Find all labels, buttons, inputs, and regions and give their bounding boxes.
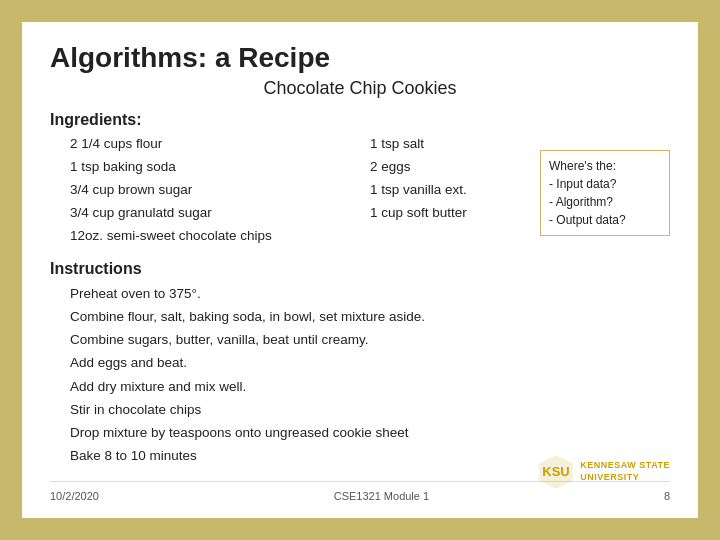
callout-line: - Output data? — [549, 211, 661, 229]
instruction-item: Combine sugars, butter, vanilla, beat un… — [70, 328, 670, 351]
ingredient-item: 3/4 cup brown sugar — [70, 179, 370, 202]
ingredient-item: 12oz. semi-sweet chocolate chips — [70, 225, 370, 248]
footer-date: 10/2/2020 — [50, 490, 99, 502]
instructions-heading: Instructions — [50, 260, 670, 278]
callout-line: - Input data? — [549, 175, 661, 193]
instruction-item: Preheat oven to 375°. — [70, 282, 670, 305]
ksu-logo: KSU KENNESAW STATEUNIVERSITY — [538, 454, 670, 490]
instruction-item: Add eggs and beat. — [70, 351, 670, 374]
ingredient-item: 3/4 cup granulatd sugar — [70, 202, 370, 225]
ksu-emblem-icon: KSU — [538, 454, 574, 490]
callout-line: - Algorithm? — [549, 193, 661, 211]
svg-text:KSU: KSU — [543, 464, 570, 479]
callout-title: Where's the: — [549, 157, 661, 175]
instruction-item: Add dry mixture and mix well. — [70, 375, 670, 398]
ingredient-item: 2 1/4 cups flour — [70, 133, 370, 156]
ingredients-heading: Ingredients: — [50, 111, 670, 129]
instruction-item: Combine flour, salt, baking soda, in bow… — [70, 305, 670, 328]
slide-title: Algorithms: a Recipe — [50, 42, 670, 74]
slide: Algorithms: a Recipe Chocolate Chip Cook… — [20, 20, 700, 520]
footer-course: CSE1321 Module 1 — [334, 490, 429, 502]
instruction-item: Drop mixture by teaspoons onto ungreased… — [70, 421, 670, 444]
footer-page: 8 — [664, 490, 670, 502]
instructions-list: Preheat oven to 375°. Combine flour, sal… — [50, 282, 670, 468]
ksu-name: KENNESAW STATEUNIVERSITY — [580, 460, 670, 483]
ingredients-col1: 2 1/4 cups flour 1 tsp baking soda 3/4 c… — [50, 133, 370, 248]
subtitle: Chocolate Chip Cookies — [50, 78, 670, 99]
callout: Where's the: - Input data? - Algorithm? … — [540, 150, 670, 236]
instruction-item: Stir in chocolate chips — [70, 398, 670, 421]
ingredient-item: 1 tsp baking soda — [70, 156, 370, 179]
